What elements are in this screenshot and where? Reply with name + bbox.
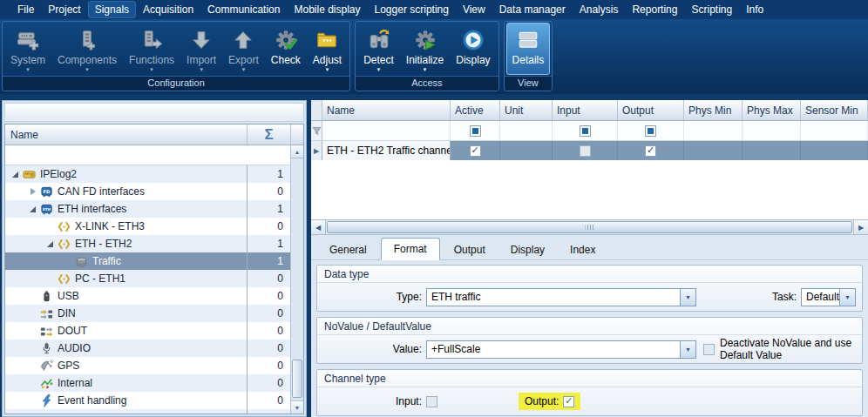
ribbon-button[interactable]: Components ▼ [51,23,123,75]
column-header-phys-max[interactable]: Phys Max [743,100,801,121]
tree-row[interactable]: Internal 0 [5,374,290,392]
channel-name-cell[interactable]: ETH - ETH2 Traffic channel [322,141,451,160]
tree-row[interactable]: ETH - ETH2 1 [5,235,290,252]
tree-row[interactable]: Event handling 0 [5,392,290,409]
menu-item[interactable]: View [456,1,492,18]
tree-row[interactable]: Traffic 1 [5,252,290,270]
scrollbar-thumb[interactable] [327,221,852,233]
scrollbar-thumb[interactable] [292,360,302,398]
channel-input-checkbox[interactable] [426,396,437,407]
filter-cell-phys-max[interactable] [743,121,801,140]
channel-output-checkbox[interactable] [563,396,574,407]
menu-item[interactable]: Communication [200,1,287,18]
type-combobox[interactable]: ETH traffic ▼ [426,288,696,306]
tree-column-name[interactable]: Name [5,124,248,145]
tree-row[interactable]: Status 0 [5,409,290,414]
channel-sensor-min-cell[interactable] [801,141,868,160]
scroll-down-button[interactable]: ▼ [291,400,303,414]
menu-item[interactable]: Project [41,1,87,18]
tree-expander-icon[interactable] [26,203,39,215]
column-header-output[interactable]: Output [618,100,684,121]
tree-row[interactable]: CAN FD interfaces 0 [5,183,290,200]
filter-checkbox-input[interactable] [580,125,591,137]
tree-expander-icon[interactable] [26,325,39,337]
tree-row[interactable]: AUDIO 0 [5,340,290,357]
input-checkbox[interactable] [580,145,591,157]
tree-expander-icon[interactable] [26,394,39,407]
tree-column-sum[interactable]: Σ [248,124,291,145]
detail-tab[interactable]: General [318,240,378,259]
tree-expander-icon[interactable] [61,255,74,267]
filter-cell-active[interactable] [451,121,500,140]
tree-row[interactable]: USB 0 [5,287,290,305]
menu-item[interactable]: Signals [88,1,136,18]
tree-row[interactable]: DOUT 0 [5,322,290,340]
menu-item[interactable]: Mobile display [287,1,367,18]
filter-cell-unit[interactable] [500,121,553,140]
channel-input-cell[interactable] [553,141,618,160]
active-checkbox[interactable] [470,145,481,157]
combo-dropdown-button[interactable]: ▼ [680,289,695,306]
tree-expander-icon[interactable] [26,307,39,319]
tree-expander-icon[interactable] [26,185,39,198]
tree-expander-icon[interactable] [26,377,39,389]
filter-cell-input[interactable] [553,121,618,140]
menu-item[interactable]: Info [739,1,770,18]
filter-cell-name[interactable] [322,121,451,140]
task-combobox[interactable]: Default ▼ [801,288,856,306]
channel-phys-max-cell[interactable] [743,141,801,160]
detail-tab[interactable]: Index [559,240,607,259]
scroll-left-button[interactable]: ◀ [311,220,326,234]
tree-filter-row[interactable] [5,145,290,165]
column-header-unit[interactable]: Unit [500,100,553,121]
tree-expander-icon[interactable] [44,272,57,285]
combo-dropdown-button[interactable]: ▼ [680,341,695,358]
tree-expander-icon[interactable] [9,168,22,180]
scroll-right-button[interactable]: ▶ [853,220,868,234]
tree-expander-icon[interactable] [26,290,39,302]
menu-item[interactable]: File [10,1,41,18]
filter-cell-output[interactable] [618,121,684,140]
ribbon-button[interactable]: Initialize ▼ [400,23,450,75]
combo-dropdown-button[interactable]: ▼ [839,289,855,306]
column-header-name[interactable]: Name [322,100,451,121]
menu-item[interactable]: Data manager [492,1,573,18]
menu-item[interactable]: Scripting [684,1,739,18]
tree-expander-icon[interactable] [26,342,39,354]
ribbon-button[interactable]: Functions ▼ [123,23,180,75]
channel-unit-cell[interactable] [500,141,553,160]
column-header-active[interactable]: Active [451,100,500,121]
menu-item[interactable]: Reporting [625,1,684,18]
ribbon-button[interactable]: Import ▼ [180,23,222,75]
ribbon-button[interactable]: Display [450,23,496,75]
detail-tab[interactable]: Display [499,240,556,259]
column-header-sensor-min[interactable]: Sensor Min [801,100,868,121]
tree-row[interactable]: DIN 0 [5,305,290,322]
ribbon-button[interactable]: Detect ▼ [357,23,400,75]
filter-cell-sensor-min[interactable] [801,121,868,140]
tree-expander-icon[interactable] [26,360,39,372]
channel-phys-min-cell[interactable] [684,141,743,160]
filter-checkbox-output[interactable] [645,125,656,137]
channel-row[interactable]: ▶ ETH - ETH2 Traffic channel [311,141,868,160]
channel-output-cell[interactable] [618,141,684,160]
ribbon-button[interactable]: Adjust ▼ [307,23,348,75]
tree-row[interactable]: PC - ETH1 0 [5,270,290,287]
detail-tab[interactable]: Format [381,238,440,260]
tree-row[interactable]: ETH interfaces 1 [5,200,290,218]
tree-row[interactable]: GPS 0 [5,357,290,374]
detail-tab[interactable]: Output [443,240,497,259]
column-header-input[interactable]: Input [553,100,618,121]
tree-expander-icon[interactable] [44,220,57,232]
tree-expander-icon[interactable] [26,412,39,414]
menu-item[interactable]: Acquisition [136,1,200,18]
filter-checkbox-active[interactable] [470,125,481,137]
menu-item[interactable]: Analysis [573,1,626,18]
channel-active-cell[interactable] [451,141,500,160]
ribbon-button[interactable]: Details [506,23,551,75]
ribbon-button[interactable]: Export ▼ [222,23,265,75]
scroll-up-button[interactable]: ▲ [291,145,303,158]
deactivate-novalue-checkbox[interactable] [703,344,715,355]
tree-expander-icon[interactable] [44,238,57,250]
ribbon-button[interactable]: System ▼ [4,23,51,75]
